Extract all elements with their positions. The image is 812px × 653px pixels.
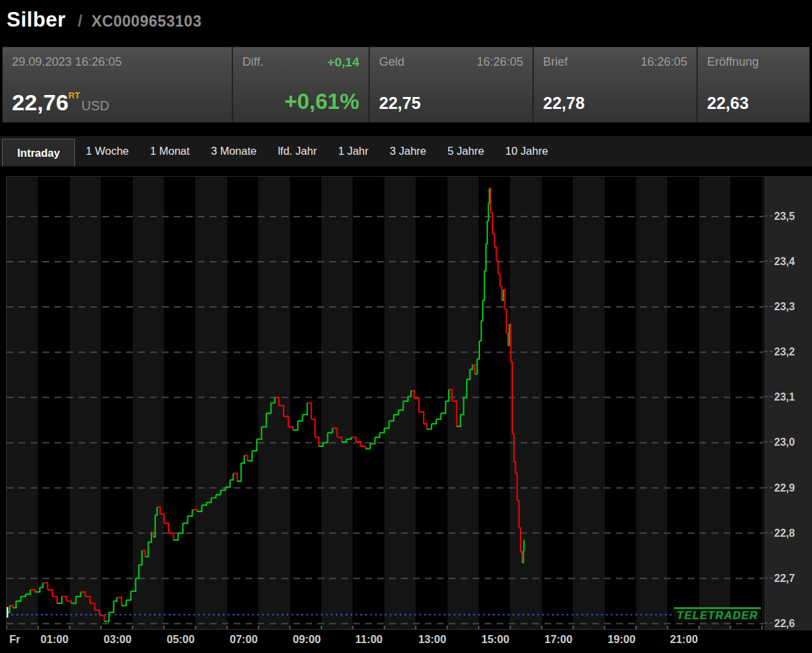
tab-intraday[interactable]: Intraday [2,139,75,166]
quote-bar: 29.09.2023 16:26:05 22,76RTUSD Diff. +0,… [2,47,810,123]
x-axis-label: 09:00 [293,633,321,646]
y-grid-stub [764,441,773,442]
x-axis-label: 11:00 [355,633,382,646]
ask-price: 22,78 [543,94,585,113]
teletrader-watermark: TELETRADER [674,607,761,622]
y-grid-stub [764,577,773,579]
page-title: Silber [7,8,66,32]
x-axis-label: 15:00 [481,633,509,646]
y-axis-label: 22,6 [774,618,795,630]
y-grid-stub [764,532,773,533]
x-axis-label: 01:00 [41,633,68,646]
x-axis-label: 17:00 [544,633,572,646]
x-axis-label: Fr [9,633,21,646]
ask-label: Brief [543,55,568,68]
y-axis-label: 23,0 [774,436,795,448]
y-axis-label: 23,4 [774,256,795,268]
y-grid-stub [764,306,773,307]
bid-label: Geld [379,55,404,68]
quote-timestamp: 29.09.2023 16:26:05 [12,55,122,68]
x-axis-label: 03:00 [104,633,131,646]
y-axis-label: 23,1 [774,391,795,403]
y-axis-label: 23,2 [774,346,795,358]
y-grid-stub [764,215,773,217]
tab-3-jahre[interactable]: 3 Jahre [379,136,437,166]
x-axis-label: 21:00 [670,633,698,646]
ask-cell: Brief 16:26:05 22,78 [534,47,698,122]
y-axis-label: 23,3 [774,301,795,313]
period-tabs: Intraday1 Woche1 Monat3 Monatelfd. Jahr1… [0,136,812,167]
last-price: 22,76RTUSD [12,90,110,116]
isin-code: XC0009653103 [92,13,202,31]
currency-label: USD [81,98,109,113]
y-axis-label: 22,8 [774,527,795,539]
open-price: 22,63 [707,94,749,113]
open-label: Eröffnung [707,55,759,68]
x-axis-label: 19:00 [608,633,635,646]
bid-price: 22,75 [379,94,421,113]
y-grid-stub [764,351,773,352]
last-price-cell: 29.09.2023 16:26:05 22,76RTUSD [3,47,233,122]
y-axis-label: 22,9 [774,482,795,494]
y-axis-label: 23,5 [774,211,795,223]
diff-absolute: +0,14 [327,55,359,70]
tab-1-woche[interactable]: 1 Woche [75,136,139,166]
open-cell: Eröffnung 22,63 [698,47,809,122]
y-grid-stub [764,396,773,397]
diff-label: Diff. [242,55,264,68]
ask-time: 16:26:05 [641,55,687,69]
tab-10-jahre[interactable]: 10 Jahre [495,136,558,166]
diff-percent: +0,61% [284,89,359,114]
y-grid-stub [764,487,773,488]
tab-1-monat[interactable]: 1 Monat [139,136,201,166]
y-grid-stub [764,622,773,624]
tab-1-jahr[interactable]: 1 Jahr [327,136,379,166]
tab-5-jahre[interactable]: 5 Jahre [437,136,495,166]
y-grid-stub [764,260,773,262]
x-axis-label: 07:00 [230,633,258,646]
tab-3-monate[interactable]: 3 Monate [201,136,268,166]
bid-time: 16:26:05 [477,55,523,69]
title-separator: / [78,12,82,31]
realtime-badge: RT [68,90,80,100]
intraday-chart-plot: TELETRADER [6,176,764,630]
price-chart [7,177,764,629]
price-line-up [7,189,524,622]
x-axis: Fr01:0003:0005:0007:0009:0011:0013:0015:… [7,631,777,653]
tab-lfd-jahr[interactable]: lfd. Jahr [267,136,327,166]
silver-quote-page: Silber / XC0009653103 29.09.2023 16:26:0… [0,0,812,653]
y-axis: 23,523,423,323,223,123,022,922,822,722,6 [764,176,812,630]
last-price-value: 22,76 [12,90,68,115]
page-header: Silber / XC0009653103 [7,8,202,41]
x-axis-label: 05:00 [167,633,195,646]
bid-cell: Geld 16:26:05 22,75 [370,47,534,122]
x-axis-label: 13:00 [418,633,446,646]
y-axis-label: 22,7 [774,573,795,585]
diff-cell: Diff. +0,14 +0,61% [233,47,370,122]
